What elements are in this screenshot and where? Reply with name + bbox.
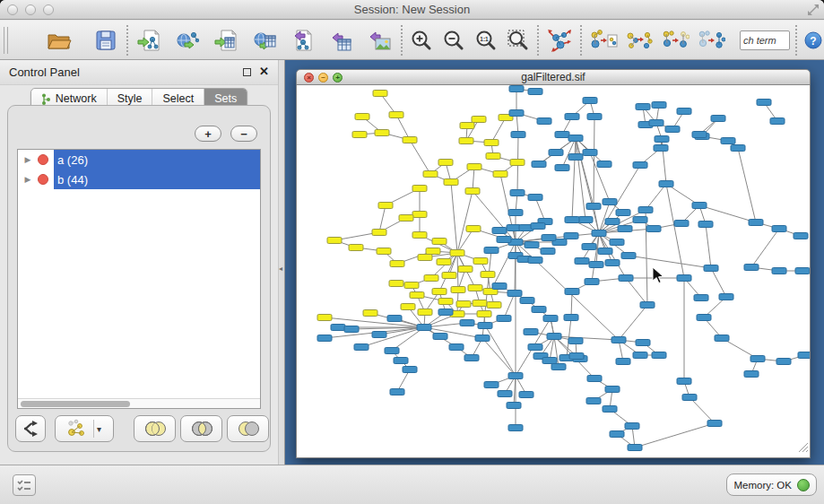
network-node[interactable] [603,199,617,205]
network-node[interactable] [528,257,542,264]
network-node[interactable] [543,316,558,322]
network-node[interactable] [478,323,492,329]
zoom-actual-size-button[interactable]: 1:1 [473,24,499,56]
network-node[interactable] [498,391,512,397]
network-node[interactable] [372,332,386,338]
network-node[interactable] [616,359,630,365]
memory-status-button[interactable]: Memory: OK [726,474,817,496]
network-node[interactable] [704,265,718,272]
set-label[interactable]: a (26) [54,150,260,169]
network-node[interactable] [327,238,342,244]
zoom-fit-selected-button[interactable] [505,24,532,56]
import-table-web-button[interactable] [249,24,280,56]
network-node[interactable] [744,265,759,271]
network-node[interactable] [352,132,367,138]
union-button[interactable] [134,415,176,442]
network-node[interactable] [611,337,626,343]
disclosure-triangle-icon[interactable]: ▶ [18,169,38,189]
network-node[interactable] [694,295,708,301]
network-node[interactable] [772,226,786,232]
network-node[interactable] [610,431,624,438]
network-node[interactable] [412,186,427,192]
network-node[interactable] [719,294,733,300]
network-node[interactable] [640,302,655,308]
network-node[interactable] [418,309,432,316]
network-node[interactable] [541,248,555,255]
network-node[interactable] [390,261,404,267]
network-node[interactable] [583,98,597,104]
network-node[interactable] [578,217,593,223]
network-node[interactable] [375,130,389,136]
collapse-arrow-icon[interactable]: ◂ [279,265,282,273]
network-node[interactable] [551,364,566,370]
inner-zoom-icon[interactable]: + [333,73,343,83]
network-node[interactable] [472,117,486,123]
network-node[interactable] [508,373,523,379]
network-node[interactable] [677,275,691,282]
network-node[interactable] [638,207,653,213]
network-node[interactable] [654,145,668,152]
network-node[interactable] [394,358,408,364]
draw-set-network-button[interactable]: ▾ [55,415,114,442]
add-selection-to-set-button[interactable] [659,24,691,56]
inner-minimize-icon[interactable]: − [318,73,328,83]
network-node[interactable] [354,344,369,351]
network-node[interactable] [412,232,427,239]
network-node[interactable] [424,275,438,282]
network-node[interactable] [509,86,524,92]
network-node[interactable] [532,161,546,168]
network-node[interactable] [794,233,808,239]
network-node[interactable] [575,258,589,265]
network-node[interactable] [460,320,474,326]
network-node[interactable] [389,112,403,118]
network-node[interactable] [715,335,729,342]
network-node[interactable] [697,315,711,321]
network-node[interactable] [592,230,606,237]
network-node[interactable] [698,222,713,228]
network-window[interactable]: × − + galFiltered.sif [296,69,811,458]
network-node[interactable] [625,423,639,430]
network-node[interactable] [442,273,456,279]
window-grip-icon[interactable] [4,27,8,54]
network-node[interactable] [412,212,427,218]
network-node[interactable] [389,281,403,287]
network-node[interactable] [508,425,523,431]
network-node[interactable] [565,114,579,120]
network-node[interactable] [682,395,697,401]
network-node[interactable] [587,376,602,382]
remove-set-button[interactable]: − [230,126,257,142]
network-node[interactable] [451,287,465,293]
network-node[interactable] [519,392,533,398]
network-node[interactable] [711,116,725,122]
network-node[interactable] [438,299,453,305]
network-node[interactable] [509,110,524,117]
network-node[interactable] [378,203,393,209]
network-node[interactable] [757,100,771,106]
network-node[interactable] [564,233,578,239]
fullscreen-icon[interactable] [807,4,820,20]
network-node[interactable] [646,226,661,232]
network-node[interactable] [510,160,525,166]
network-node[interactable] [776,359,791,365]
list-item[interactable]: ▶ b (44) [18,169,260,189]
network-node[interactable] [568,154,583,161]
network-node[interactable] [520,298,534,304]
import-network-web-button[interactable] [172,24,203,56]
network-node[interactable] [317,335,332,342]
create-set-from-selection-button[interactable] [623,24,655,56]
network-node[interactable] [707,421,722,427]
network-node[interactable] [531,223,545,230]
network-node[interactable] [568,338,583,344]
network-node[interactable] [449,344,464,351]
network-node[interactable] [605,387,620,393]
network-node[interactable] [655,136,669,143]
network-node[interactable] [349,245,363,251]
network-node[interactable] [619,275,633,282]
network-node[interactable] [628,445,642,451]
network-node[interactable] [456,301,471,308]
network-node[interactable] [481,272,495,278]
resize-grip-icon[interactable] [797,440,809,456]
network-node[interactable] [633,217,647,223]
traffic-light-minimize-icon[interactable] [25,4,36,15]
network-node[interactable] [487,302,501,308]
